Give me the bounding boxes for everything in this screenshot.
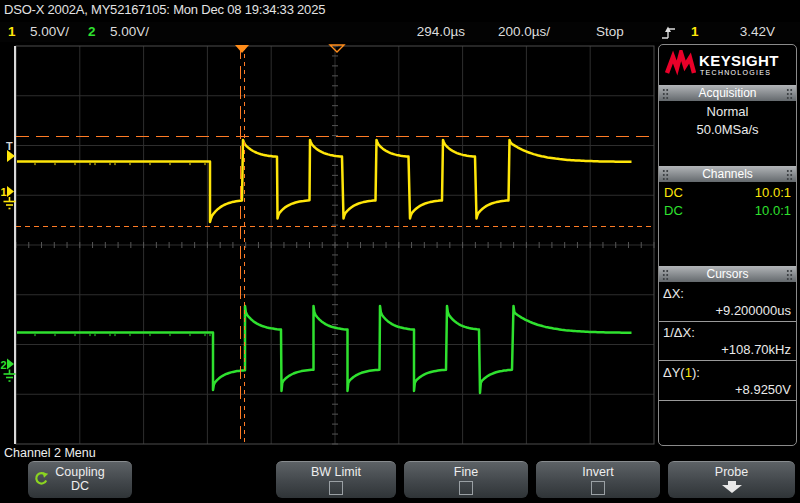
softkey-label: Invert [536, 465, 660, 479]
bw-limit-checkbox[interactable] [329, 481, 343, 495]
ch1-scale[interactable]: 5.00V/ [30, 22, 69, 42]
grip-dots-icon [786, 88, 793, 99]
acquisition-header-label: Acquisition [669, 86, 786, 100]
grip-dots-icon [662, 269, 669, 280]
menu-title: Channel 2 Menu [4, 446, 96, 460]
trigger-source[interactable]: 1 [691, 22, 699, 42]
keysight-logo: KEYSIGHT TECHNOLOGIES [659, 45, 796, 85]
ch2-probe-ratio: 10.0:1 [755, 202, 791, 219]
softkey-label: Probe [668, 465, 795, 479]
softkey-label: BW Limit [276, 465, 396, 479]
cursor-separator [659, 321, 796, 322]
down-arrow-icon [721, 481, 743, 493]
softkey-label: Fine [404, 465, 528, 479]
grip-dots-icon [662, 169, 669, 180]
device-title: DSO-X 2002A, MY52167105: Mon Dec 08 19:3… [4, 2, 325, 17]
delta-y-value: +8.9250V [735, 381, 791, 398]
marker-label: 1 [1, 186, 7, 198]
invert-checkbox[interactable] [591, 481, 605, 495]
marker-label: 2 [1, 359, 7, 371]
softkey-probe[interactable]: Probe [668, 461, 795, 498]
cursors-header[interactable]: Cursors [659, 266, 796, 282]
cursor-separator [659, 360, 796, 361]
delta-y-label: ΔY(1): [663, 364, 700, 381]
grip-dots-icon [786, 269, 793, 280]
softkey-fine[interactable]: Fine [404, 461, 528, 498]
acquisition-mode: Normal [659, 103, 796, 120]
run-state[interactable]: Stop [585, 22, 635, 42]
channel2-info-row: DC 10.0:1 [659, 202, 796, 219]
inverse-delta-x-value: +108.70kHz [721, 341, 791, 358]
ch1-ground-marker[interactable] [7, 186, 14, 197]
grip-dots-icon [662, 88, 669, 99]
ch2-coupling: DC [664, 202, 683, 219]
brand-subtitle: TECHNOLOGIES [700, 69, 771, 76]
brand-name: KEYSIGHT [699, 52, 779, 69]
softkey-coupling[interactable]: Coupling DC [28, 461, 132, 498]
time-cursor-marker[interactable] [235, 45, 249, 53]
fine-checkbox[interactable] [459, 481, 473, 495]
channels-header[interactable]: Channels [659, 166, 796, 182]
cursors-header-label: Cursors [669, 267, 786, 281]
trigger-level[interactable]: 3.42V [715, 22, 775, 42]
ch2-number[interactable]: 2 [88, 22, 96, 42]
ch2-ground-marker[interactable] [7, 359, 14, 370]
info-panel: KEYSIGHT TECHNOLOGIES Acquisition Normal… [658, 44, 797, 446]
channel1-info-row: DC 10.0:1 [659, 184, 796, 201]
ch2-scale[interactable]: 5.00V/ [110, 22, 149, 42]
timebase-readout[interactable]: 200.0µs/ [478, 22, 550, 42]
sample-rate: 50.0MSa/s [659, 121, 796, 138]
channels-header-label: Channels [669, 167, 786, 181]
ch1-waveform [17, 140, 632, 222]
status-bar: 1 5.00V/ 2 5.00V/ 294.0µs 200.0µs/ Stop … [0, 22, 800, 42]
cycle-arrow-icon [34, 471, 49, 486]
oscilloscope-screen: DSO-X 2002A, MY52167105: Mon Dec 08 19:3… [0, 0, 800, 503]
ch1-number[interactable]: 1 [8, 22, 16, 42]
keysight-spark-icon [665, 50, 696, 78]
softkey-invert[interactable]: Invert [536, 461, 660, 498]
softkey-bw-limit[interactable]: BW Limit [276, 461, 396, 498]
ch1-probe-ratio: 10.0:1 [755, 184, 791, 201]
cursor-separator [659, 400, 796, 401]
ch2-waveform [17, 306, 632, 393]
grip-dots-icon [786, 169, 793, 180]
waveform-display[interactable]: T12 [0, 44, 656, 446]
delta-x-label: ΔX: [663, 285, 684, 302]
acquisition-header[interactable]: Acquisition [659, 85, 796, 101]
rising-edge-trigger-icon [662, 25, 676, 40]
ch1-coupling: DC [664, 184, 683, 201]
delta-x-value: +9.200000us [715, 302, 791, 319]
inverse-delta-x-label: 1/ΔX: [663, 324, 695, 341]
delay-readout[interactable]: 294.0µs [380, 22, 465, 42]
